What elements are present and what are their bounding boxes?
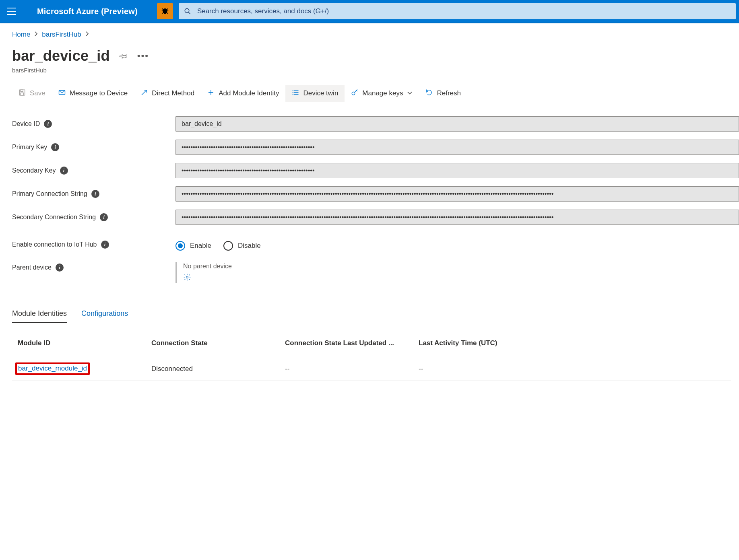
primary-conn-label: Primary Connection String (12, 190, 87, 198)
svg-line-4 (188, 12, 190, 14)
message-label: Message to Device (70, 89, 128, 97)
primary-conn-row: Primary Connection String i ••••••••••••… (12, 182, 739, 206)
th-conn-state[interactable]: Connection State (151, 339, 285, 347)
bug-icon[interactable] (157, 3, 173, 19)
svg-rect-0 (7, 8, 16, 8)
highlight-annotation: bar_device_module_id (15, 362, 90, 375)
enable-radio[interactable]: Enable (175, 241, 211, 251)
search-icon (179, 8, 196, 15)
disable-radio-label: Disable (238, 242, 261, 250)
direct-method-button[interactable]: Direct Method (134, 85, 201, 102)
enable-radio-label: Enable (190, 242, 211, 250)
gear-icon[interactable] (183, 273, 739, 282)
enable-conn-row: Enable connection to IoT Hub i Enable Di… (12, 233, 739, 256)
refresh-button[interactable]: Refresh (419, 85, 467, 102)
tab-configurations[interactable]: Configurations (81, 308, 128, 323)
add-module-identity-button[interactable]: Add Module Identity (201, 85, 285, 102)
th-last-activity[interactable]: Last Activity Time (UTC) (419, 339, 731, 347)
th-conn-state-updated[interactable]: Connection State Last Updated ... (285, 339, 419, 347)
direct-method-icon (140, 89, 148, 98)
save-icon (19, 89, 26, 98)
breadcrumb-hub[interactable]: barsFirstHub (42, 31, 81, 39)
svg-point-21 (186, 276, 188, 278)
device-id-row: Device ID i bar_device_id (12, 112, 739, 136)
more-icon[interactable]: ••• (137, 54, 149, 58)
manage-keys-button[interactable]: Manage keys (345, 85, 419, 102)
save-button: Save (12, 85, 52, 102)
th-module-id[interactable]: Module ID (18, 339, 151, 347)
pin-icon[interactable] (120, 52, 128, 60)
svg-line-9 (142, 90, 147, 95)
hamburger-menu-button[interactable] (0, 0, 23, 23)
svg-point-18 (352, 92, 355, 95)
chevron-right-icon (85, 31, 89, 39)
svg-rect-2 (7, 14, 16, 15)
page-subtitle: barsFirstHub (12, 67, 739, 74)
secondary-conn-field: ••••••••••••••••••••••••••••••••••••••••… (175, 210, 739, 225)
title-row: bar_device_id ••• (12, 47, 739, 64)
chevron-right-icon (34, 31, 38, 39)
disable-radio[interactable]: Disable (223, 241, 261, 251)
primary-key-row: Primary Key i ••••••••••••••••••••••••••… (12, 136, 739, 159)
info-icon[interactable]: i (60, 167, 68, 175)
plus-icon (207, 89, 215, 98)
primary-key-field: ••••••••••••••••••••••••••••••••••••••••… (175, 140, 739, 155)
add-module-label: Add Module Identity (219, 89, 279, 97)
secondary-key-label: Secondary Key (12, 167, 56, 174)
svg-rect-1 (7, 11, 16, 12)
breadcrumb-home[interactable]: Home (12, 31, 30, 39)
cell-conn-state: Disconnected (151, 365, 285, 373)
table-row[interactable]: bar_device_module_id Disconnected -- -- (12, 359, 731, 381)
command-bar: Save Message to Device Direct Method Add… (12, 85, 739, 102)
save-label: Save (30, 89, 45, 97)
device-twin-button[interactable]: Device twin (285, 85, 345, 102)
refresh-label: Refresh (437, 89, 461, 97)
info-icon[interactable]: i (51, 143, 59, 151)
info-icon[interactable]: i (101, 241, 109, 249)
info-icon[interactable]: i (91, 190, 99, 198)
page-title: bar_device_id (12, 47, 110, 64)
module-id-link[interactable]: bar_device_module_id (18, 364, 87, 372)
message-to-device-button[interactable]: Message to Device (52, 85, 134, 102)
svg-point-3 (185, 8, 189, 13)
secondary-key-field: ••••••••••••••••••••••••••••••••••••••••… (175, 163, 739, 178)
cell-last-activity: -- (419, 365, 731, 373)
tabs: Module Identities Configurations (12, 308, 739, 323)
secondary-key-row: Secondary Key i ••••••••••••••••••••••••… (12, 159, 739, 182)
list-icon (292, 89, 299, 98)
device-id-label: Device ID (12, 120, 40, 128)
table-header: Module ID Connection State Connection St… (12, 339, 731, 359)
parent-device-block: No parent device (175, 262, 739, 283)
key-icon (351, 89, 358, 98)
search-input[interactable] (196, 3, 736, 19)
direct-method-label: Direct Method (152, 89, 194, 97)
info-icon[interactable]: i (100, 213, 108, 221)
cell-conn-state-updated: -- (285, 365, 419, 373)
svg-rect-5 (19, 90, 25, 95)
info-icon[interactable]: i (44, 120, 52, 128)
global-header: Microsoft Azure (Preview) (0, 0, 739, 23)
breadcrumb: Home barsFirstHub (12, 31, 739, 39)
enable-conn-label: Enable connection to IoT Hub (12, 241, 97, 248)
svg-line-20 (357, 90, 357, 91)
primary-conn-field: ••••••••••••••••••••••••••••••••••••••••… (175, 186, 739, 202)
device-form: Device ID i bar_device_id Primary Key i … (12, 112, 739, 285)
mail-icon (58, 89, 66, 98)
parent-device-value: No parent device (183, 263, 739, 270)
svg-rect-6 (21, 90, 23, 92)
svg-rect-7 (21, 93, 24, 95)
refresh-icon (425, 89, 433, 98)
page-content: Home barsFirstHub bar_device_id ••• bars… (0, 23, 739, 397)
secondary-conn-row: Secondary Connection String i ••••••••••… (12, 206, 739, 229)
parent-device-label: Parent device (12, 264, 52, 271)
module-identities-table: Module ID Connection State Connection St… (12, 339, 739, 381)
device-id-field: bar_device_id (175, 116, 739, 132)
tab-module-identities[interactable]: Module Identities (12, 308, 67, 323)
parent-device-row: Parent device i No parent device (12, 262, 739, 285)
brand-title: Microsoft Azure (Preview) (37, 7, 138, 16)
device-twin-label: Device twin (303, 89, 338, 97)
chevron-down-icon (407, 89, 413, 97)
info-icon[interactable]: i (56, 264, 64, 272)
global-search[interactable] (179, 3, 736, 19)
manage-keys-label: Manage keys (362, 89, 403, 97)
